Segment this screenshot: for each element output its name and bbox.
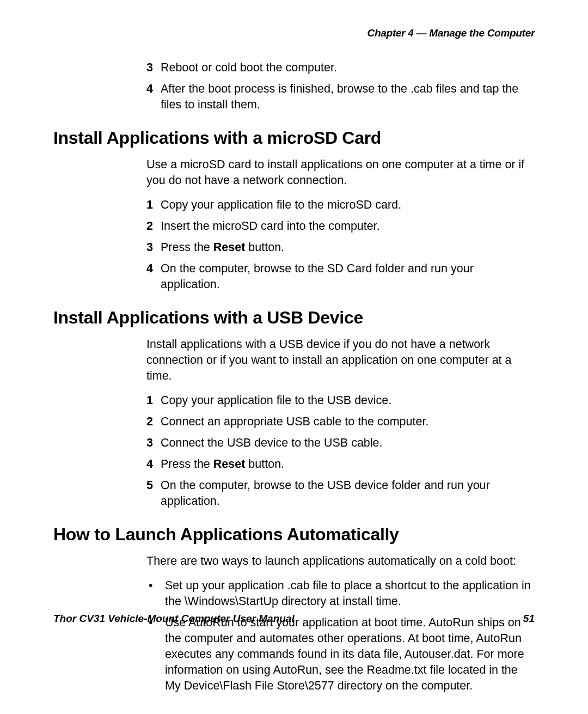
item-number: 3 — [146, 435, 161, 451]
text-bold: Reset — [213, 457, 246, 471]
item-number: 4 — [146, 456, 161, 472]
item-text: Press the Reset button. — [161, 240, 535, 255]
list-item: 2 Connect an appropriate USB cable to th… — [146, 414, 535, 430]
item-text: Insert the microSD card into the compute… — [161, 218, 535, 234]
list-item: 4 Press the Reset button. — [146, 456, 535, 472]
item-number: 5 — [146, 478, 161, 509]
item-number: 4 — [146, 261, 161, 292]
microsd-list: 1 Copy your application file to the micr… — [146, 197, 535, 292]
list-item: 3 Reboot or cold boot the computer. — [146, 60, 535, 76]
item-number: 2 — [146, 414, 161, 430]
item-text: On the computer, browse to the SD Card f… — [161, 261, 535, 292]
item-text: Connect the USB device to the USB cable. — [161, 435, 535, 451]
text-post: button. — [245, 241, 284, 254]
item-number: 3 — [146, 240, 161, 255]
item-text: Reboot or cold boot the computer. — [161, 60, 535, 76]
list-item: 4 After the boot process is finished, br… — [146, 81, 535, 113]
page: Chapter 4 — Manage the Computer 3 Reboot… — [0, 0, 588, 694]
list-item: 3 Press the Reset button. — [146, 240, 535, 255]
list-item: • Set up your application .cab file to p… — [146, 578, 535, 609]
list-item: 3 Connect the USB device to the USB cabl… — [146, 435, 535, 451]
page-footer: Thor CV31 Vehicle-Mount Computer User Ma… — [53, 613, 535, 625]
item-text: Copy your application file to the microS… — [161, 197, 535, 213]
list-item: 5 On the computer, browse to the USB dev… — [146, 478, 535, 509]
usb-list: 1 Copy your application file to the USB … — [146, 393, 535, 509]
heading-microsd: Install Applications with a microSD Card — [53, 128, 535, 148]
footer-title: Thor CV31 Vehicle-Mount Computer User Ma… — [53, 613, 295, 625]
usb-intro-para: Install applications with a USB device i… — [146, 337, 535, 384]
list-item: • Use AutoRun to start your application … — [146, 615, 535, 694]
list-item: 2 Insert the microSD card into the compu… — [146, 218, 535, 234]
heading-usb: Install Applications with a USB Device — [53, 308, 535, 328]
item-number: 2 — [146, 218, 161, 234]
text-pre: Press the — [161, 457, 213, 471]
list-item: 4 On the computer, browse to the SD Card… — [146, 261, 535, 292]
chapter-header: Chapter 4 — Manage the Computer — [53, 27, 535, 39]
item-text: Connect an appropriate USB cable to the … — [161, 414, 535, 430]
text-bold: Reset — [213, 241, 246, 254]
item-text: Use AutoRun to start your application at… — [165, 615, 535, 694]
heading-launch: How to Launch Applications Automatically — [53, 524, 535, 545]
launch-intro-para: There are two ways to launch application… — [146, 553, 535, 569]
item-number: 4 — [146, 81, 161, 113]
item-text: After the boot process is finished, brow… — [161, 81, 535, 113]
microsd-intro-para: Use a microSD card to install applicatio… — [146, 157, 535, 188]
footer-page-number: 51 — [523, 613, 535, 625]
launch-bullet-list: • Set up your application .cab file to p… — [146, 578, 535, 694]
item-text: Press the Reset button. — [161, 456, 535, 472]
item-text: On the computer, browse to the USB devic… — [161, 478, 535, 509]
list-item: 1 Copy your application file to the USB … — [146, 393, 535, 408]
text-pre: Press the — [161, 241, 213, 254]
item-number: 1 — [146, 393, 161, 408]
item-text: Copy your application file to the USB de… — [161, 393, 535, 408]
intro-numbered-list: 3 Reboot or cold boot the computer. 4 Af… — [146, 60, 535, 113]
item-number: 1 — [146, 197, 161, 213]
item-number: 3 — [146, 60, 161, 76]
text-post: button. — [245, 457, 284, 471]
bullet-icon: • — [146, 578, 165, 609]
list-item: 1 Copy your application file to the micr… — [146, 197, 535, 213]
bullet-icon: • — [146, 615, 165, 694]
item-text: Set up your application .cab file to pla… — [165, 578, 535, 609]
